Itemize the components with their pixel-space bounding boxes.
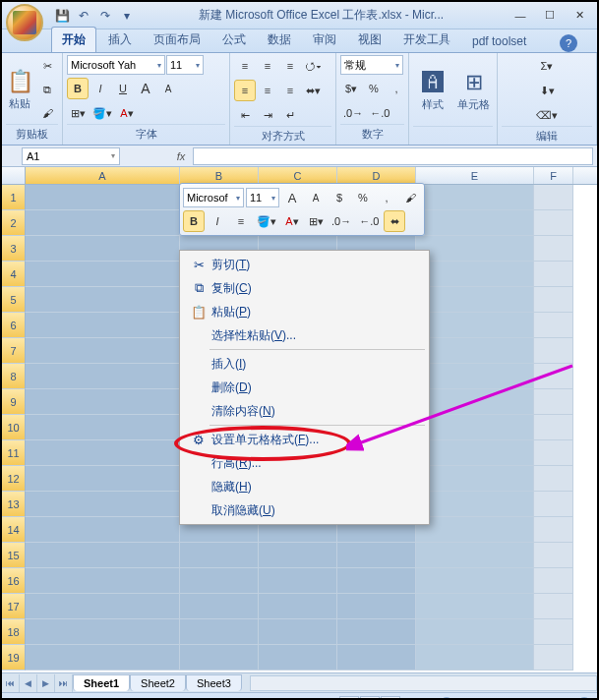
- maximize-button[interactable]: ☐: [536, 6, 564, 26]
- view-normal-icon[interactable]: ▦: [339, 696, 359, 701]
- tab-developer[interactable]: 开发工具: [393, 28, 460, 52]
- mini-format-painter-icon[interactable]: 🖌: [399, 187, 421, 208]
- cell[interactable]: [534, 185, 573, 210]
- cell[interactable]: [416, 440, 534, 466]
- sheet-tab-2[interactable]: Sheet2: [130, 674, 186, 691]
- cell[interactable]: [26, 594, 180, 619]
- mini-border[interactable]: ⊞▾: [305, 210, 327, 232]
- cell[interactable]: [26, 466, 180, 492]
- row-header[interactable]: 9: [2, 389, 26, 415]
- cell[interactable]: [337, 619, 416, 645]
- currency-button[interactable]: $▾: [340, 78, 362, 99]
- cell[interactable]: [337, 568, 416, 594]
- select-all-corner[interactable]: [2, 167, 26, 184]
- view-layout-icon[interactable]: ▤: [360, 696, 380, 701]
- decrease-indent-button[interactable]: ⇤: [234, 104, 256, 126]
- col-header-d[interactable]: D: [337, 167, 416, 184]
- cell[interactable]: [26, 492, 180, 517]
- cell[interactable]: [416, 517, 534, 543]
- mini-font-color[interactable]: A▾: [281, 210, 303, 232]
- mini-shrink-font[interactable]: A: [305, 187, 327, 208]
- minimize-button[interactable]: —: [507, 6, 534, 26]
- cell[interactable]: [534, 287, 573, 313]
- cell[interactable]: [26, 262, 180, 287]
- cell[interactable]: [26, 338, 180, 364]
- cell[interactable]: [534, 543, 573, 568]
- cell[interactable]: [534, 517, 573, 543]
- cell[interactable]: [534, 364, 573, 389]
- align-left-button[interactable]: ≡: [234, 80, 256, 101]
- cell[interactable]: [416, 415, 534, 440]
- font-family-combo[interactable]: Microsoft Yah▾: [67, 55, 165, 75]
- sheet-nav-next[interactable]: ▶: [37, 674, 55, 692]
- cell[interactable]: [180, 543, 259, 568]
- menu-format-cells[interactable]: ⚙设置单元格格式(F)...: [180, 428, 429, 451]
- cell[interactable]: [26, 568, 180, 594]
- col-header-c[interactable]: C: [259, 167, 337, 184]
- decrease-decimal-button[interactable]: ←.0: [367, 102, 392, 124]
- row-header[interactable]: 4: [2, 262, 26, 287]
- cell[interactable]: [259, 594, 337, 619]
- cell[interactable]: [416, 338, 534, 364]
- cell[interactable]: [416, 313, 534, 338]
- row-header[interactable]: 15: [2, 543, 26, 568]
- tab-pdf[interactable]: pdf toolset: [462, 30, 536, 52]
- number-format-combo[interactable]: 常规▾: [340, 55, 403, 75]
- help-icon[interactable]: ?: [560, 34, 577, 52]
- cell[interactable]: [337, 645, 416, 671]
- office-button[interactable]: [6, 4, 43, 41]
- cell[interactable]: [180, 619, 259, 645]
- undo-icon[interactable]: ↶: [75, 7, 92, 25]
- row-header[interactable]: 6: [2, 313, 26, 338]
- row-header[interactable]: 13: [2, 492, 26, 517]
- autosum-button[interactable]: Σ▾: [536, 55, 558, 77]
- cell[interactable]: [534, 466, 573, 492]
- tab-home[interactable]: 开始: [51, 27, 96, 52]
- cell[interactable]: [534, 338, 573, 364]
- menu-delete[interactable]: 删除(D): [180, 376, 429, 399]
- align-middle-button[interactable]: ≡: [257, 55, 278, 77]
- align-bottom-button[interactable]: ≡: [279, 55, 301, 77]
- row-header[interactable]: 1: [2, 185, 26, 210]
- merge-button[interactable]: ⬌▾: [302, 80, 324, 101]
- styles-button[interactable]: 🅰样式: [413, 58, 451, 123]
- row-header[interactable]: 19: [2, 645, 26, 671]
- cell[interactable]: [26, 440, 180, 466]
- menu-paste-special[interactable]: 选择性粘贴(V)...: [180, 323, 429, 347]
- cell[interactable]: [416, 210, 534, 236]
- sheet-tab-3[interactable]: Sheet3: [186, 674, 242, 691]
- format-painter-icon[interactable]: 🖌: [36, 102, 58, 124]
- cell[interactable]: [534, 619, 573, 645]
- cell[interactable]: [337, 594, 416, 619]
- row-header[interactable]: 11: [2, 440, 26, 466]
- cell[interactable]: [26, 619, 180, 645]
- cell[interactable]: [416, 262, 534, 287]
- cell[interactable]: [416, 594, 534, 619]
- mini-bold[interactable]: B: [183, 210, 205, 232]
- border-button[interactable]: ⊞▾: [67, 102, 89, 124]
- tab-formulas[interactable]: 公式: [212, 28, 256, 52]
- cell[interactable]: [259, 543, 337, 568]
- menu-insert[interactable]: 插入(I): [180, 352, 429, 376]
- row-header[interactable]: 2: [2, 210, 26, 236]
- close-button[interactable]: ✕: [566, 6, 593, 26]
- cell[interactable]: [26, 543, 180, 568]
- cell[interactable]: [534, 568, 573, 594]
- cell[interactable]: [26, 517, 180, 543]
- fill-button[interactable]: ⬇▾: [536, 80, 558, 101]
- cell[interactable]: [416, 287, 534, 313]
- cell[interactable]: [416, 543, 534, 568]
- cell[interactable]: [416, 568, 534, 594]
- mini-inc-decimal[interactable]: .0→: [329, 210, 354, 232]
- cell[interactable]: [416, 492, 534, 517]
- cell[interactable]: [416, 364, 534, 389]
- cell[interactable]: [534, 210, 573, 236]
- save-icon[interactable]: 💾: [53, 7, 71, 25]
- mini-merge[interactable]: ⬌: [384, 210, 405, 232]
- cell[interactable]: [26, 415, 180, 440]
- cut-icon[interactable]: ✂: [36, 55, 58, 77]
- view-pagebreak-icon[interactable]: ▭: [381, 696, 400, 701]
- qat-dropdown-icon[interactable]: ▾: [118, 7, 136, 25]
- mini-grow-font[interactable]: A: [281, 187, 303, 208]
- align-top-button[interactable]: ≡: [234, 55, 256, 77]
